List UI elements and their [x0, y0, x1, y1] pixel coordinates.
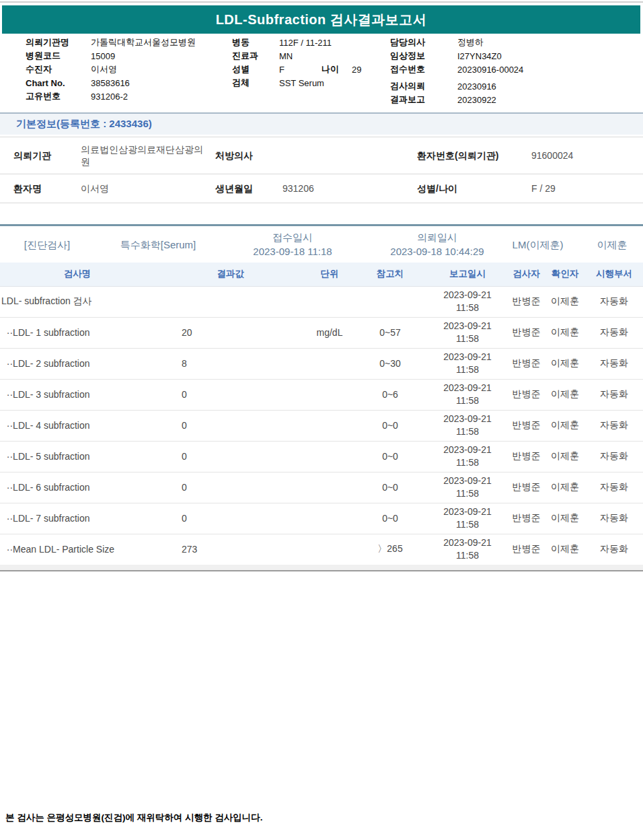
report-date: 2023-09-21 [427, 536, 508, 549]
report-title-bar: LDL-Subfraction 검사결과보고서 [2, 5, 640, 34]
report-datetime: 2023-09-21 11:58 [427, 317, 508, 348]
report-date: 2023-09-21 [427, 505, 508, 518]
report-datetime: 2023-09-21 11:58 [427, 348, 508, 379]
report-time: 11:58 [427, 456, 508, 469]
report-time: 11:58 [427, 394, 508, 407]
report-datetime: 2023-09-21 11:58 [427, 503, 508, 534]
result-value: 0 [155, 472, 306, 503]
field-value: MN [279, 51, 293, 61]
department-name: 자동화 [585, 379, 643, 410]
column-header-unit: 단위 [306, 262, 353, 286]
tester-name: 반병준 [508, 472, 545, 503]
department-name: 자동화 [585, 503, 643, 534]
receipt-label: 접수일시 [225, 230, 360, 244]
confirmer-name: 이제훈 [545, 286, 585, 317]
referring-org-label: 의뢰기관 [13, 149, 77, 162]
field-value: 112F / 11-211 [279, 38, 332, 48]
patient-number-label: 환자번호(의뢰기관) [417, 149, 528, 162]
department-name: 자동화 [585, 441, 643, 472]
confirmer-name: 이제훈 [545, 410, 585, 441]
field-value: 15009 [91, 51, 115, 61]
sex-age-label: 성별/나이 [417, 182, 528, 195]
report-time: 11:58 [427, 549, 508, 562]
patient-info-row: 환자명 이서영 생년월일 931206 성별/나이 F / 29 [0, 174, 643, 203]
patient-number-value: 91600024 [531, 149, 639, 162]
report-date: 2023-09-21 [427, 444, 508, 456]
field-label: Chart No. [26, 78, 91, 88]
field-label: 검체 [232, 77, 279, 89]
report-time: 11:58 [427, 425, 508, 438]
header-info-row: Chart No. 38583616 [26, 76, 227, 90]
report-datetime: 2023-09-21 11:58 [427, 379, 508, 410]
department-name: 자동화 [585, 286, 643, 317]
report-datetime: 2023-09-21 11:58 [427, 441, 508, 472]
report-date: 2023-09-21 [427, 351, 508, 363]
referring-org-value: 의료법인삼광의료재단삼광의원 [81, 143, 212, 168]
report-date: 2023-09-21 [427, 413, 508, 425]
lab-physician-text: LM(이제훈) [506, 238, 570, 252]
result-value: 273 [155, 534, 306, 565]
field-label: 담당의사 [390, 36, 457, 48]
result-row: ··LDL- 6 subfraction 0 0~0 2023-09-21 11… [0, 472, 643, 503]
confirmer-name: 이제훈 [545, 534, 585, 565]
result-value [155, 286, 306, 317]
report-date: 2023-09-21 [427, 382, 508, 394]
header-info-row: 의뢰기관명 가톨릭대학교서울성모병원 [26, 36, 227, 49]
sex-age-value: F / 29 [531, 182, 639, 195]
report-page: LDL-Subfraction 검사결과보고서 의뢰기관명 가톨릭대학교서울성모… [0, 0, 643, 840]
department-name: 자동화 [585, 317, 643, 348]
reference-range: 0~0 [353, 441, 427, 472]
tester-name: 반병준 [508, 410, 545, 441]
section-category-text: [진단검사] [20, 238, 74, 252]
tester-name: 반병준 [508, 317, 545, 348]
result-row: LDL- subfraction 검사 2023-09-21 11:58 반병준… [0, 286, 643, 317]
tester-name: 반병준 [508, 286, 545, 317]
test-name: LDL- subfraction 검사 [0, 286, 155, 317]
column-header-tester: 검사자 [508, 262, 545, 286]
result-value: 20 [155, 317, 306, 348]
field-label: 병원코드 [26, 50, 91, 62]
confirmed-by-text: 이제훈 [589, 238, 636, 252]
field-value-secondary: 29 [352, 65, 361, 75]
department-name: 자동화 [585, 534, 643, 565]
header-info-row: 접수번호 20230916-00024 [390, 63, 619, 76]
header-info-row: 진료과 MN [232, 49, 390, 63]
report-date: 2023-09-21 [427, 320, 508, 332]
result-value: 0 [155, 441, 306, 472]
result-unit [306, 441, 353, 472]
result-row: ··LDL- 7 subfraction 0 0~0 2023-09-21 11… [0, 503, 643, 534]
test-name: ··LDL- 1 subfraction [0, 317, 155, 348]
patient-info-row: 의뢰기관 의료법인삼광의료재단삼광의원 처방의사 환자번호(의뢰기관) 9160… [0, 137, 643, 174]
tester-name: 반병준 [508, 379, 545, 410]
department-name: 자동화 [585, 348, 643, 379]
outsourcing-note: 본 검사는 은평성모병원(진검)에 재위탁하여 시행한 검사입니다. [5, 812, 263, 824]
confirmer-name: 이제훈 [545, 441, 585, 472]
report-datetime: 2023-09-21 11:58 [427, 286, 508, 317]
results-header-row: 검사명 결과값 단위 참고치 보고일시 검사자 확인자 시행부서 [0, 262, 643, 286]
result-row: ··Mean LDL- Particle Size 273 〉265 2023-… [0, 534, 643, 565]
patient-name-label: 환자명 [13, 182, 77, 195]
field-label: 진료과 [232, 50, 279, 62]
basic-info-section-header: 기본정보(등록번호 : 2433436) [0, 112, 643, 135]
request-datetime: 2023-09-18 10:44:29 [363, 244, 511, 258]
header-info-middle-column: 병동 112F / 11-211 진료과 MN 성별 F 나이 29 검체 S [232, 36, 390, 90]
header-info-row: 고유번호 931206-2 [26, 90, 227, 103]
field-value: I27YN34Z0 [457, 51, 502, 61]
header-info-row: 검사의뢰 20230916 [390, 79, 619, 93]
result-value: 0 [155, 410, 306, 441]
test-name: ··LDL- 3 subfraction [0, 379, 155, 410]
department-name: 자동화 [585, 472, 643, 503]
column-header-test-name: 검사명 [0, 262, 155, 286]
reference-range: 0~6 [353, 379, 427, 410]
confirmer-name: 이제훈 [545, 472, 585, 503]
reference-range: 0~0 [353, 410, 427, 441]
header-info-row: 임상정보 I27YN34Z0 [390, 49, 619, 63]
receipt-datetime: 2023-09-18 11:18 [225, 244, 360, 258]
header-info-row: 결과보고 20230922 [390, 93, 619, 106]
report-time: 11:58 [427, 302, 508, 314]
field-value: 이서영 [91, 63, 117, 75]
result-row: ··LDL- 1 subfraction 20 mg/dL 0~57 2023-… [0, 317, 643, 348]
field-label: 성별 [232, 63, 279, 75]
field-value: 20230916-00024 [457, 65, 523, 75]
field-value: 38583616 [91, 78, 130, 88]
